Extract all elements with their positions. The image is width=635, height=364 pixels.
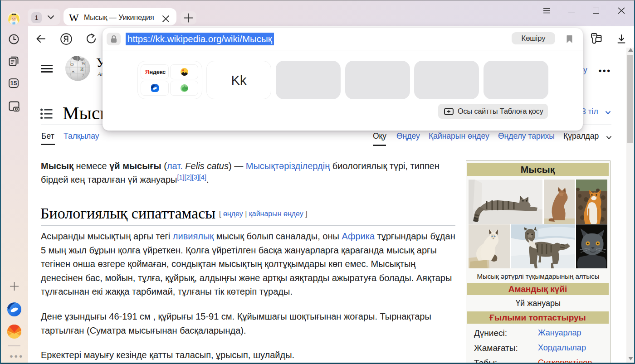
svg-text:ж: ж — [71, 69, 75, 73]
svg-text:И: И — [80, 67, 83, 72]
svg-text:7: 7 — [82, 73, 84, 78]
svg-text:W: W — [82, 61, 86, 66]
svg-text:Ω: Ω — [70, 62, 73, 67]
